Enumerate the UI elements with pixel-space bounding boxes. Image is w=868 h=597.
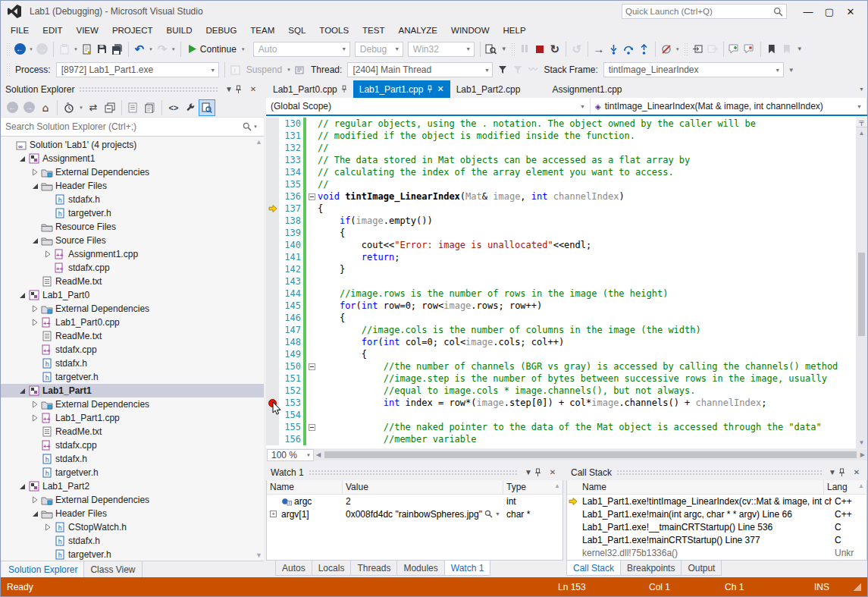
chevron-down-icon[interactable]: ▼ [29, 47, 33, 52]
home-icon[interactable]: ⌂ [37, 99, 54, 116]
expander-icon[interactable] [30, 401, 40, 408]
breakpoint-margin[interactable] [266, 312, 279, 324]
solution-explorer-search-input[interactable] [5, 121, 243, 132]
scroll-up-icon[interactable]: ▲ [856, 480, 866, 494]
tab-autos[interactable]: Autos [275, 561, 312, 576]
window-position-icon[interactable]: ▼ [826, 468, 838, 476]
thread-marker-icon[interactable] [293, 61, 308, 78]
breakpoint-margin[interactable] [266, 385, 279, 397]
scroll-left-icon[interactable]: ◀ [314, 451, 323, 458]
solution-platforms-combo[interactable]: Win32▼ [408, 42, 475, 57]
tree-item-stdafx-cpp[interactable]: ++stdafx.cpp [1, 343, 264, 357]
export-datatips-icon[interactable] [705, 41, 720, 58]
scroll-down-icon[interactable]: ▼ [859, 437, 865, 448]
close-icon[interactable]: ✕ [247, 85, 259, 93]
breakpoint-margin[interactable] [266, 421, 279, 433]
menu-project[interactable]: PROJECT [105, 24, 160, 37]
stack-frame-combo[interactable]: tintImage_LinearIndex▼ [603, 62, 784, 77]
toolbar-grip[interactable] [684, 42, 688, 56]
breakpoint-margin[interactable] [266, 142, 279, 154]
forward-small-icon[interactable]: → [20, 99, 37, 116]
import-datatips-icon[interactable] [690, 41, 705, 58]
breakpoint-margin[interactable] [266, 300, 279, 312]
tab-output[interactable]: Output [681, 561, 722, 576]
call-stack-row[interactable]: Lab1_Part1.exe!__tmainCRTStartup() Line … [567, 520, 866, 533]
close-button[interactable]: ✕ [840, 6, 861, 17]
scroll-up-icon[interactable]: ▲ [552, 480, 562, 494]
restart-icon[interactable]: ↻ [547, 41, 562, 58]
breakpoint-margin[interactable] [266, 336, 279, 348]
close-icon[interactable]: ✕ [437, 85, 443, 93]
code-line[interactable]: 131// modified if the object is modified… [266, 130, 856, 142]
navigate-backward-icon[interactable]: ← [12, 41, 27, 58]
pin-icon[interactable] [534, 468, 547, 477]
call-stack-row[interactable]: kernel32.dll!75b1336a()Unkr [567, 546, 866, 559]
code-line[interactable]: 147 //image.cols is the number of column… [266, 324, 856, 336]
window-position-icon[interactable]: ▼ [223, 85, 235, 93]
chevron-down-icon[interactable]: ▼ [241, 47, 246, 52]
tab-call-stack[interactable]: Call Stack [566, 561, 621, 576]
close-icon[interactable]: ✕ [547, 468, 559, 476]
tree-item-external-dependencies[interactable]: External Dependencies [1, 302, 264, 316]
thread-combo[interactable]: [2404] Main Thread▼ [347, 62, 493, 77]
pin-icon[interactable] [341, 85, 347, 93]
breakpoint-margin[interactable] [266, 130, 279, 142]
tree-item-header-files[interactable]: Header Files [1, 507, 264, 520]
pin-icon[interactable] [838, 468, 851, 477]
step-over-icon[interactable] [622, 41, 637, 58]
search-icon[interactable] [243, 122, 252, 131]
apply-code-changes-icon[interactable]: ↺ [569, 41, 584, 58]
breakpoint-icon[interactable] [266, 397, 279, 409]
code-line[interactable]: 142 } [266, 263, 856, 275]
tree-item-stdafx-h[interactable]: hstdafx.h [1, 452, 264, 466]
current-statement-icon[interactable] [266, 203, 279, 215]
expander-icon[interactable] [30, 319, 40, 326]
toolbar-grip[interactable] [511, 42, 515, 56]
previous-bookmark-icon[interactable] [779, 41, 794, 58]
redo-icon[interactable]: ↷ [155, 41, 170, 58]
breakpoint-margin[interactable] [266, 288, 279, 300]
tree-item-lab1-part0[interactable]: Lab1_Part0 [1, 288, 264, 302]
tab-modules[interactable]: Modules [396, 561, 444, 576]
breakpoint-margin[interactable] [266, 324, 279, 336]
document-dropdown-icon[interactable]: ▼ [859, 86, 864, 92]
paste-icon[interactable] [57, 41, 72, 58]
window-position-icon[interactable]: ▼ [522, 468, 534, 476]
add-comment-icon[interactable] [727, 41, 742, 58]
undo-icon[interactable]: ↶ [132, 41, 147, 58]
breakpoint-margin[interactable] [266, 360, 279, 372]
step-into-icon[interactable] [606, 41, 622, 58]
expander-icon[interactable] [30, 414, 40, 422]
navigate-forward-icon[interactable]: → [35, 41, 50, 58]
tree-item-readme-txt[interactable]: ReadMe.txt [1, 329, 264, 343]
collapse-all-icon[interactable] [102, 99, 118, 116]
code-line[interactable]: 144 //image.rows is the number of rows i… [266, 288, 856, 300]
new-file-icon[interactable] [80, 41, 95, 58]
tree-item-external-dependencies[interactable]: External Dependencies [1, 165, 264, 179]
expander-icon[interactable] [30, 496, 40, 504]
expander-icon[interactable] [17, 483, 27, 490]
code-line[interactable]: 143 [266, 275, 856, 288]
toolbar-overflow-icon[interactable]: ▼ [797, 46, 802, 52]
menu-debug[interactable]: DEBUG [199, 24, 243, 37]
code-line[interactable]: 141 return; [266, 251, 856, 263]
tree-item-stdafx-cpp[interactable]: ++stdafx.cpp [1, 261, 264, 275]
pin-icon[interactable] [235, 85, 247, 94]
tree-item-lab1-part1[interactable]: Lab1_Part1 [1, 384, 264, 397]
scroll-thumb[interactable] [858, 253, 865, 336]
breakpoint-margin[interactable] [266, 275, 279, 288]
solution-explorer-search[interactable]: ▼ [1, 118, 264, 137]
chevron-down-icon[interactable]: ▼ [149, 47, 153, 52]
code-line[interactable]: 137{ [266, 203, 856, 215]
properties-icon[interactable] [125, 99, 142, 116]
filter-clear-icon[interactable] [510, 61, 525, 78]
breakpoint-margin[interactable] [266, 166, 279, 178]
tree-item-targetver-h[interactable]: htargetver.h [1, 370, 264, 384]
tree-item-resource-files[interactable]: Resource Files [1, 220, 264, 234]
solution-configurations-combo[interactable]: Debug▼ [355, 42, 403, 57]
expander-icon[interactable] [42, 250, 53, 258]
chevron-down-icon[interactable]: ▼ [675, 47, 680, 52]
chevron-down-icon[interactable]: ▼ [79, 105, 83, 110]
code-line[interactable]: 136void tintImage_LinearIndex(Mat& image… [266, 190, 856, 203]
tree-item-targetver-h[interactable]: htargetver.h [1, 206, 264, 220]
